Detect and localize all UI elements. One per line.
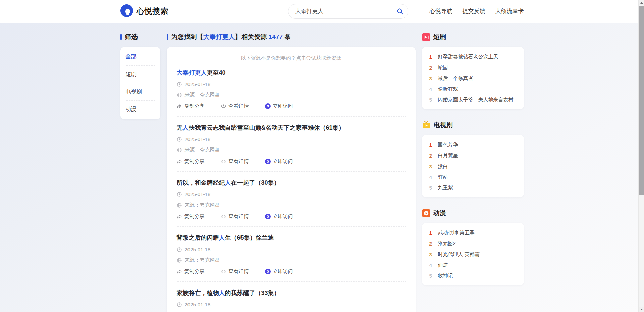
brand-logo[interactable]: 心悦搜索 <box>120 4 169 18</box>
rank-item[interactable]: 4 偷听有戏 <box>429 84 517 94</box>
scrollbar-up-arrow[interactable] <box>639 0 644 5</box>
result-title[interactable]: 家族将亡，植物人的我苏醒了（33集） <box>177 289 406 297</box>
rank-title: 牧神记 <box>438 273 453 279</box>
result-item: 大奉打更人更至40 2025-01-18 <box>177 61 406 116</box>
share-icon <box>177 214 182 219</box>
rank-number: 2 <box>429 241 434 247</box>
rank-number: 1 <box>429 230 434 236</box>
copy-share-button[interactable]: 复制分享 <box>177 213 205 220</box>
rank-title: 仙逆 <box>438 262 448 268</box>
rank-number: 3 <box>429 252 434 257</box>
result-source-row: 来源：夸克网盘 <box>177 202 406 208</box>
share-icon <box>177 269 182 274</box>
tv-rank-card: 1 国色芳华 2 白月梵星 3 漂白 <box>422 135 524 197</box>
nav-link-navigation[interactable]: 心悦导航 <box>430 7 452 15</box>
tv-heading-row: 电视剧 <box>422 121 524 129</box>
share-icon <box>177 159 182 164</box>
rank-item[interactable]: 1 国色芳华 <box>429 139 517 150</box>
view-detail-label: 查看详情 <box>229 213 249 220</box>
view-detail-button[interactable]: 查看详情 <box>221 268 249 275</box>
result-date: 2025-01-18 <box>185 136 211 142</box>
result-source-row: 来源：夸克网盘 <box>177 92 406 98</box>
view-detail-button[interactable]: 查看详情 <box>221 213 249 220</box>
filter-heading: 筛选 <box>120 33 160 41</box>
copy-share-button[interactable]: 复制分享 <box>177 103 205 109</box>
rank-section-tv: 电视剧 1 国色芳华 2 白月梵星 <box>422 121 524 197</box>
rank-item[interactable]: 2 白月梵星 <box>429 150 517 161</box>
visit-now-button[interactable]: 立即访问 <box>265 213 293 220</box>
visit-now-label: 立即访问 <box>273 103 293 109</box>
page-scrollbar[interactable] <box>638 0 644 312</box>
rank-item[interactable]: 3 漂白 <box>429 161 517 172</box>
rank-item[interactable]: 4 仙逆 <box>429 260 517 270</box>
nav-link-data-plan[interactable]: 大额流量卡 <box>495 7 524 15</box>
copy-share-button[interactable]: 复制分享 <box>177 268 205 275</box>
clock-icon <box>177 82 182 87</box>
copy-share-button[interactable]: 复制分享 <box>177 158 205 165</box>
rank-item[interactable]: 3 时光代理人 英都篇 <box>429 249 517 260</box>
rank-title: 漂白 <box>438 163 448 170</box>
copy-share-label: 复制分享 <box>184 158 205 165</box>
visit-icon <box>265 159 271 164</box>
scrollbar-thumb[interactable] <box>639 6 644 195</box>
rank-title: 白月梵星 <box>438 152 458 159</box>
rank-item[interactable]: 2 沧元图2 <box>429 238 517 249</box>
rank-item[interactable]: 1 武动乾坤 第五季 <box>429 227 517 238</box>
filter-item[interactable]: 全部 <box>126 48 155 66</box>
share-icon <box>177 104 182 109</box>
rank-item[interactable]: 4 驻站 <box>429 172 517 182</box>
rank-title: 沧元图2 <box>438 240 456 247</box>
rank-section-anime: 动漫 1 武动乾坤 第五季 2 沧元图2 <box>422 209 524 285</box>
eye-icon <box>221 269 226 274</box>
result-title[interactable]: 背叛之后的闪耀人生（65集）徐兰迪 <box>177 234 406 242</box>
scrollbar-down-arrow[interactable] <box>639 307 644 312</box>
results-main: 为您找到【大奉打更人】相关资源 1477 条 以下资源不是你想要的？点击尝试获取… <box>167 33 416 312</box>
search-button[interactable] <box>396 8 404 15</box>
result-date-row: 2025-01-18 <box>177 247 406 252</box>
visit-icon <box>265 103 271 109</box>
rank-title: 偷听有戏 <box>438 86 458 92</box>
globe-icon <box>177 147 182 153</box>
visit-icon <box>265 214 271 219</box>
nav-link-feedback[interactable]: 提交反馈 <box>463 7 485 15</box>
result-date: 2025-01-18 <box>185 81 211 87</box>
result-date: 2025-01-18 <box>185 302 211 307</box>
visit-now-button[interactable]: 立即访问 <box>265 158 293 165</box>
search-input[interactable] <box>288 4 408 19</box>
result-title[interactable]: 所以，和金牌经纪人在一起了（30集） <box>177 179 406 187</box>
tv-section-title: 电视剧 <box>434 121 453 129</box>
rank-title: 国色芳华 <box>438 142 458 148</box>
up-triangle-icon <box>640 2 643 4</box>
filter-item[interactable]: 电视剧 <box>126 83 155 101</box>
anime-rank-card: 1 武动乾坤 第五季 2 沧元图2 3 时光代理人 英都篇 <box>422 223 524 285</box>
view-detail-label: 查看详情 <box>229 158 249 165</box>
rank-item[interactable]: 5 牧神记 <box>429 270 517 281</box>
result-title[interactable]: 大奉打更人更至40 <box>177 69 406 77</box>
rank-item[interactable]: 1 好孕甜妻被钻石老公宠上天 <box>429 51 517 62</box>
visit-now-button[interactable]: 立即访问 <box>265 268 293 275</box>
rank-item[interactable]: 3 最后一个修真者 <box>429 73 517 84</box>
view-detail-label: 查看详情 <box>229 268 249 275</box>
top-nav: 心悦导航 提交反馈 大额流量卡 <box>430 7 524 15</box>
view-detail-button[interactable]: 查看详情 <box>221 103 249 109</box>
filter-title: 筛选 <box>125 33 138 41</box>
result-source-row: 来源：夸克网盘 <box>177 147 406 153</box>
rank-item[interactable]: 5 闪婚京圈太子爷：夫人她来自农村 <box>429 94 517 105</box>
visit-now-button[interactable]: 立即访问 <box>265 103 293 109</box>
copy-share-label: 复制分享 <box>184 213 205 220</box>
globe-icon <box>177 203 182 208</box>
view-detail-label: 查看详情 <box>229 103 249 109</box>
down-triangle-icon <box>640 309 643 310</box>
results-heading: 为您找到【大奉打更人】相关资源 1477 条 <box>171 33 291 41</box>
result-source: 来源：夸克网盘 <box>185 257 220 263</box>
rank-title: 最后一个修真者 <box>438 75 473 82</box>
filter-item[interactable]: 短剧 <box>126 66 155 83</box>
result-date-row: 2025-01-18 <box>177 302 406 307</box>
refresh-notice[interactable]: 以下资源不是你想要的？点击尝试获取新资源 <box>177 47 406 61</box>
rank-item[interactable]: 5 九重紫 <box>429 182 517 193</box>
filter-item[interactable]: 动漫 <box>126 101 155 118</box>
rank-item[interactable]: 2 蛇园 <box>429 62 517 73</box>
view-detail-button[interactable]: 查看详情 <box>221 158 249 165</box>
rank-number: 4 <box>429 262 434 268</box>
result-title[interactable]: 无人扶我青云志我自踏雪至山巅&名动天下之家事难休（61集） <box>177 124 406 132</box>
